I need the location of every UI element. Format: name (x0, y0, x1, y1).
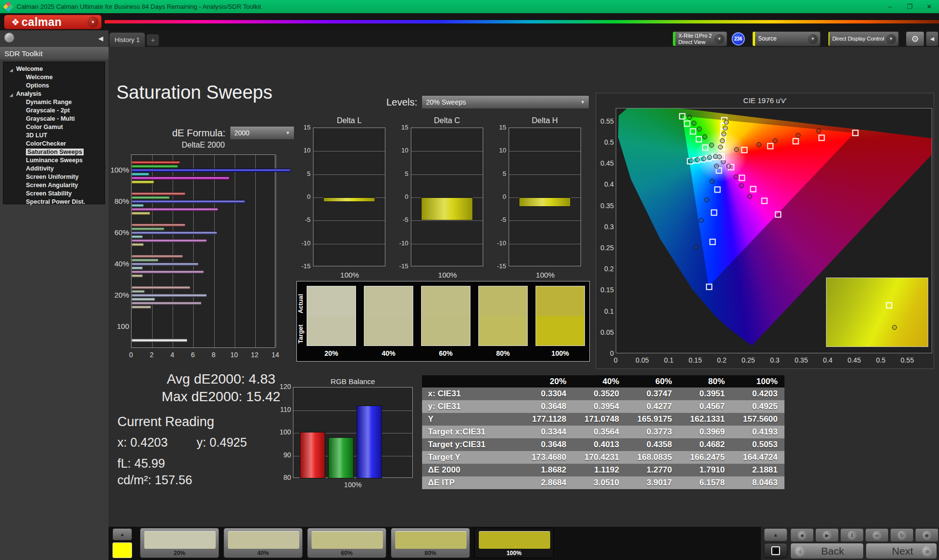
cie-x-tick: 0.1 (659, 356, 678, 364)
meter-toolbar-icon: ∞ (872, 531, 882, 540)
settings-button[interactable]: ⚙ (906, 31, 924, 46)
table-cell: 0.4358 (626, 438, 679, 451)
meter-toolbar-icon: ■ (798, 531, 807, 540)
meter-status-led[interactable] (4, 33, 14, 43)
meter-toolbar-icon: ‖ (848, 531, 857, 540)
cie-measured-marker-cyan (701, 156, 706, 161)
meter-toolbar-button-3[interactable]: ‖ (840, 528, 864, 542)
chevron-left-icon: ◀ (930, 36, 934, 42)
next-button[interactable]: Next » (866, 543, 937, 559)
table-cell: 1.7910 (679, 464, 732, 476)
meter-toolbar-button-1[interactable]: ■ (790, 528, 814, 542)
tree-group-analysis[interactable]: ◢Analysis (3, 90, 105, 98)
deltae-bar-blue (132, 231, 217, 235)
sidebar-item-colorchecker[interactable]: ColorChecker (3, 140, 105, 148)
cie-y-tick: 0.25 (596, 244, 614, 252)
sidebar-item-saturation-sweeps[interactable]: Saturation Sweeps (3, 148, 105, 156)
tree-expander-icon[interactable]: ◢ (10, 91, 13, 99)
table-cell: 166.2475 (679, 451, 732, 464)
sidebar-item-grayscale-2pt[interactable]: Grayscale - 2pt (3, 107, 105, 115)
current-fl-readout: fL: 45.99 (117, 456, 165, 471)
close-button[interactable]: ✕ (919, 3, 939, 10)
rgb-balance-title: RGB Balance (293, 377, 413, 386)
meter-chevron-down-icon[interactable]: ▼ (715, 34, 724, 44)
table-cell: 0.4193 (732, 426, 784, 438)
minimize-button[interactable]: – (880, 3, 900, 10)
cie-target-marker-red (852, 130, 858, 136)
table-cell: 0.3773 (626, 426, 679, 438)
delta-h-title: Delta H (509, 116, 581, 125)
pattern-swatch-80%[interactable]: 80% (391, 528, 470, 558)
main-content: Saturation Sweeps dE Formula: 2000 ▼ Lev… (109, 47, 939, 527)
deltae-bar-red (132, 161, 180, 164)
y-tick: 5 (395, 170, 408, 177)
gridline (411, 151, 483, 151)
add-tab-button[interactable]: + (147, 34, 159, 46)
cie-y-tick: 0.2 (596, 265, 614, 273)
sidebar-item-3d-lut[interactable]: 3D LUT (3, 131, 105, 140)
sidebar-item-options[interactable]: Options (3, 82, 105, 90)
pattern-swatch-40%[interactable]: 40% (224, 528, 303, 558)
tree-group-welcome[interactable]: ◢Welcome (3, 65, 105, 73)
calman-menu-button[interactable]: ❖ calman ▼ (4, 15, 102, 29)
cie-measured-marker-blue (714, 164, 719, 169)
display-control-chevron-down-icon[interactable]: ▼ (886, 34, 896, 44)
sidebar-item-luminance-sweeps[interactable]: Luminance Sweeps (3, 156, 105, 165)
sidebar-item-grayscale-multi[interactable]: Grayscale - Multi (3, 115, 105, 123)
cie-x-tick: 0.3 (765, 356, 784, 364)
pattern-up-button[interactable]: ▲ (112, 528, 132, 540)
cie-measured-marker-magenta (739, 183, 744, 188)
sidebar-item-screen-stability[interactable]: Screen Stability (3, 190, 105, 198)
cie-target-marker-green (684, 121, 691, 127)
meter-toolbar-button-6[interactable]: ◉ (915, 528, 939, 542)
collapse-panel-button[interactable]: ◀ (926, 31, 939, 46)
stop-button[interactable] (764, 543, 787, 559)
tree-expander-icon[interactable]: ◢ (10, 66, 13, 74)
pattern-swatch-100%[interactable]: 100% (474, 528, 554, 558)
cie-measured-marker-blue (699, 218, 704, 223)
sidebar-item-spectral-power-dist-[interactable]: Spectral Power Dist. (3, 198, 105, 206)
meter-toolbar-button-2[interactable]: ▶ (815, 528, 839, 542)
chevron-right-icon: » (922, 546, 933, 557)
cie-measured-marker-cyan (695, 157, 700, 162)
sidebar-item-additivity[interactable]: Additivity (3, 165, 105, 173)
meter-toolbar-button-4[interactable]: ∞ (865, 528, 889, 542)
tab-history-1[interactable]: History 1 (109, 32, 145, 47)
sidebar-item-screen-uniformity[interactable]: Screen Uniformity (3, 173, 105, 181)
cie-x-tick: 0.15 (686, 356, 705, 364)
deltae-x-tick: 12 (247, 351, 262, 359)
deltae-bar-magenta (132, 239, 207, 242)
actual-row-label: Actual (297, 294, 304, 314)
session-up-button[interactable]: ▲ (764, 528, 787, 541)
maximize-button[interactable]: ❐ (900, 3, 919, 10)
deltae-bar-cyan (132, 204, 144, 207)
pattern-swatch-20%[interactable]: 20% (140, 528, 219, 558)
sidebar-item-color-gamut[interactable]: Color Gamut (3, 123, 105, 131)
levels-dropdown[interactable]: 20% Sweeps ▼ (422, 95, 589, 109)
pattern-swatch-60%[interactable]: 60% (307, 528, 386, 558)
source-dropdown[interactable]: Source ▼ (752, 31, 821, 46)
back-button[interactable]: ‹ Back (790, 543, 864, 559)
sidebar-item-screen-angularity[interactable]: Screen Angularity (3, 181, 105, 190)
meter-toolbar-button-5[interactable]: ↻ (890, 528, 914, 542)
cie-title: CIE 1976 u'v' (596, 96, 934, 105)
sidebar-item-welcome[interactable]: Welcome (3, 73, 105, 82)
current-x-readout: x: 0.4203 (117, 435, 168, 450)
cie-target-marker-red (767, 143, 774, 149)
delta_l-x-label: 100% (313, 271, 386, 279)
y-tick: -10 (492, 239, 506, 247)
deltae-group-label: 80% (109, 197, 129, 205)
meter-dropdown[interactable]: X-Rite i1Pro 2Direct View ▼ (672, 31, 727, 46)
table-row: Target x:CIE310.33440.35640.37730.39690.… (422, 426, 784, 438)
de-formula-dropdown[interactable]: 2000 ▼ (230, 126, 294, 140)
deltae-group-label: 60% (109, 228, 129, 237)
pattern-quick-swatch[interactable] (112, 542, 132, 558)
cie-y-tick: 0.55 (596, 117, 614, 125)
source-chevron-down-icon[interactable]: ▼ (808, 34, 818, 44)
sidebar-item-dynamic-range[interactable]: Dynamic Range (3, 98, 105, 107)
swatch-column (478, 286, 528, 346)
sidebar-collapse-button[interactable]: ◀ (95, 32, 107, 44)
target-swatch (536, 316, 584, 346)
calman-menu-chevron-down-icon[interactable]: ▼ (88, 17, 98, 27)
display-control-dropdown[interactable]: Direct Display Control ▼ (828, 31, 899, 46)
